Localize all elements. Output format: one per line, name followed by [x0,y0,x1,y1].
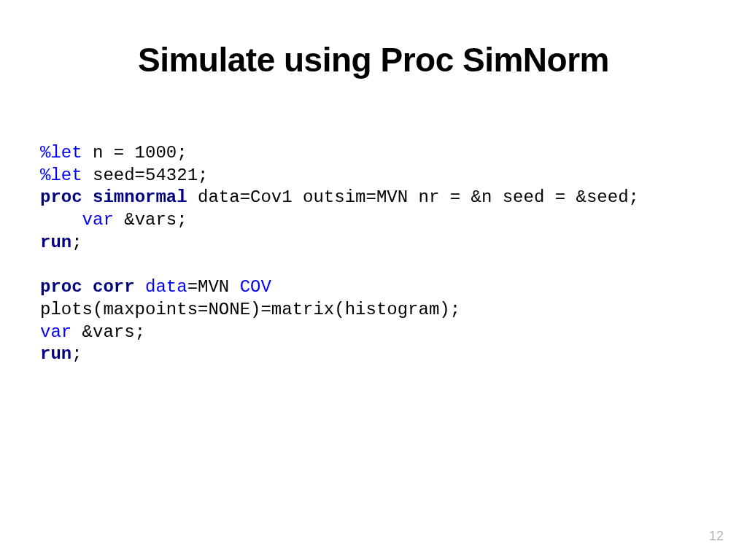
code-keyword-run: run [40,344,71,364]
code-text: =MVN [187,277,240,297]
code-keyword-corr: corr [93,277,135,297]
code-keyword-data: data [145,277,187,297]
code-keyword-run: run [40,233,71,252]
code-text: ; [71,344,82,364]
code-keyword-let: %let [40,166,82,185]
code-text [135,277,145,297]
code-block: %let n = 1000; %let seed=54321; proc sim… [40,142,639,366]
slide-title: Simulate using Proc SimNorm [0,40,747,79]
code-text: data=Cov1 outsim=MVN nr = &n seed = &see… [187,187,639,207]
code-keyword-var: var [40,322,71,342]
code-text: &vars; [114,210,187,230]
code-keyword-cov: COV [240,277,271,297]
code-keyword-simnormal: simnormal [93,187,187,207]
code-text [82,187,93,207]
code-text: seed=54321; [82,166,209,185]
code-keyword-let: %let [40,143,82,163]
code-keyword-var: var [40,210,114,230]
code-keyword-proc: proc [40,277,82,297]
code-text: ; [71,233,82,252]
code-text [82,277,93,297]
slide: Simulate using Proc SimNorm %let n = 100… [0,0,747,560]
code-keyword-proc: proc [40,187,82,207]
code-text: &vars; [71,322,145,342]
page-number: 12 [709,529,724,544]
code-text: n = 1000; [82,143,187,163]
code-blank-line [40,255,50,275]
code-text: plots(maxpoints=NONE)=matrix(histogram); [40,300,460,319]
